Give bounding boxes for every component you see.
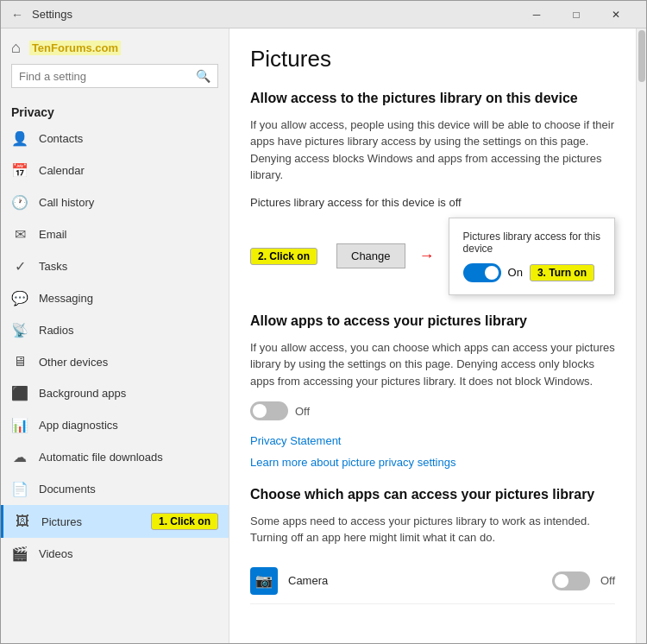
title-bar: ← Settings ─ □ ✕ [1,1,646,28]
videos-icon: 🎬 [11,546,28,562]
sidebar-item-videos[interactable]: 🎬 Videos [1,538,229,570]
window-title: Settings [32,8,517,21]
toggle-off-label: Off [295,405,310,418]
settings-window: ← Settings ─ □ ✕ ⌂ TenForums.com 🔍 Priva… [0,0,647,644]
toggle-on-label: On [508,266,523,279]
section3-heading: Choose which apps can access your pictur… [250,486,615,504]
section1-desc: If you allow access, people using this d… [250,117,615,184]
toggle-off-row: Off [250,401,615,420]
camera-toggle[interactable] [552,571,590,590]
arrow-icon: → [419,247,435,265]
sidebar-label-other-devices: Other devices [39,356,108,369]
app-diagnostics-icon: 📊 [11,417,28,433]
section2-heading: Allow apps to access your pictures libra… [250,313,615,331]
sidebar-item-pictures[interactable]: 🖼 Pictures 1. Click on [1,505,229,538]
messaging-icon: 💬 [11,290,28,306]
search-icon: 🔍 [196,69,210,83]
scrollbar-thumb[interactable] [638,30,645,82]
sidebar-label-email: Email [39,228,67,241]
search-input[interactable] [19,70,191,83]
sidebar-label-videos: Videos [39,547,73,560]
camera-app-icon: 📷 [250,567,278,595]
annotation-click-on-2: 2. Click on [250,248,317,265]
main-content: Pictures Allow access to the pictures li… [229,28,636,643]
section1-heading: Allow access to the pictures library on … [250,90,615,108]
radios-icon: 📡 [11,322,28,338]
learn-more-link[interactable]: Learn more about picture privacy setting… [250,456,615,469]
sidebar-item-messaging[interactable]: 💬 Messaging [1,282,229,314]
sidebar-item-email[interactable]: ✉ Email [1,218,229,250]
camera-toggle-label: Off [600,574,615,587]
documents-icon: 📄 [11,481,28,497]
section1-status: Pictures library access for this device … [250,196,615,209]
camera-app-name: Camera [288,574,542,587]
sidebar-item-documents[interactable]: 📄 Documents [1,473,229,505]
sidebar-label-radios: Radios [39,324,73,337]
minimize-button[interactable]: ─ [517,1,556,28]
sidebar-label-calendar: Calendar [39,164,85,177]
annotation-click-on-1: 1. Click on [151,513,218,530]
change-row: 2. Click on Change → Pictures library ac… [250,218,615,295]
section3-desc: Some apps need to access your pictures l… [250,513,615,546]
sidebar-item-tasks[interactable]: ✓ Tasks [1,250,229,282]
email-icon: ✉ [11,226,28,243]
sidebar-label-background-apps: Background apps [39,387,126,400]
sidebar-label-pictures: Pictures [41,515,82,528]
toggle-on-switch[interactable] [463,263,501,282]
maximize-button[interactable]: □ [556,1,596,28]
toggle-row: On 3. Turn on [463,263,600,282]
sidebar-item-calendar[interactable]: 📅 Calendar [1,155,229,186]
automatic-downloads-icon: ☁ [11,449,28,465]
sidebar-label-automatic-downloads: Automatic file downloads [39,451,163,464]
window-controls: ─ □ ✕ [517,1,636,28]
sidebar-label-tasks: Tasks [39,260,67,273]
sidebar-item-app-diagnostics[interactable]: 📊 App diagnostics [1,409,229,441]
section2-desc: If you allow access, you can choose whic… [250,339,615,390]
search-box[interactable]: 🔍 [11,64,218,88]
sidebar-label-contacts: Contacts [39,132,83,145]
sidebar-item-other-devices[interactable]: 🖥 Other devices [1,346,229,377]
other-devices-icon: 🖥 [11,354,28,369]
toggle-off-switch[interactable] [250,401,288,420]
close-button[interactable]: ✕ [596,1,636,28]
app-row-camera: 📷 Camera Off [250,559,615,604]
sidebar-item-radios[interactable]: 📡 Radios [1,314,229,346]
back-button[interactable]: ← [11,8,23,22]
privacy-statement-link[interactable]: Privacy Statement [250,434,615,447]
sidebar-label-documents: Documents [39,483,96,496]
sidebar-item-call-history[interactable]: 🕐 Call history [1,186,229,218]
tasks-icon: ✓ [11,258,28,275]
page-title: Pictures [250,46,615,73]
call-history-icon: 🕐 [11,194,28,211]
sidebar-top: ⌂ TenForums.com [1,28,229,64]
content-area: ⌂ TenForums.com 🔍 Privacy 👤 Contacts 📅 C… [1,28,646,643]
change-button[interactable]: Change [336,243,405,268]
sidebar-item-contacts[interactable]: 👤 Contacts [1,123,229,155]
watermark: TenForums.com [29,41,121,55]
sidebar-label-app-diagnostics: App diagnostics [39,419,118,432]
contacts-icon: 👤 [11,130,28,147]
scrollbar-track[interactable] [636,28,646,643]
pictures-icon: 🖼 [14,514,31,529]
popup-card: Pictures library access for this device … [449,218,615,295]
camera-icon: 📷 [255,572,273,589]
sidebar-section-title: Privacy [1,98,229,123]
popup-card-title: Pictures library access for this device [463,230,600,255]
annotation-turn-on-3: 3. Turn on [530,264,594,281]
background-apps-icon: ⬛ [11,385,28,401]
sidebar-item-automatic-file-downloads[interactable]: ☁ Automatic file downloads [1,441,229,473]
sidebar: ⌂ TenForums.com 🔍 Privacy 👤 Contacts 📅 C… [1,28,229,643]
sidebar-label-messaging: Messaging [39,292,93,305]
calendar-icon: 📅 [11,162,28,179]
section3: Choose which apps can access your pictur… [250,486,615,604]
sidebar-label-call-history: Call history [39,196,94,209]
home-icon[interactable]: ⌂ [11,39,21,57]
sidebar-item-background-apps[interactable]: ⬛ Background apps [1,377,229,409]
